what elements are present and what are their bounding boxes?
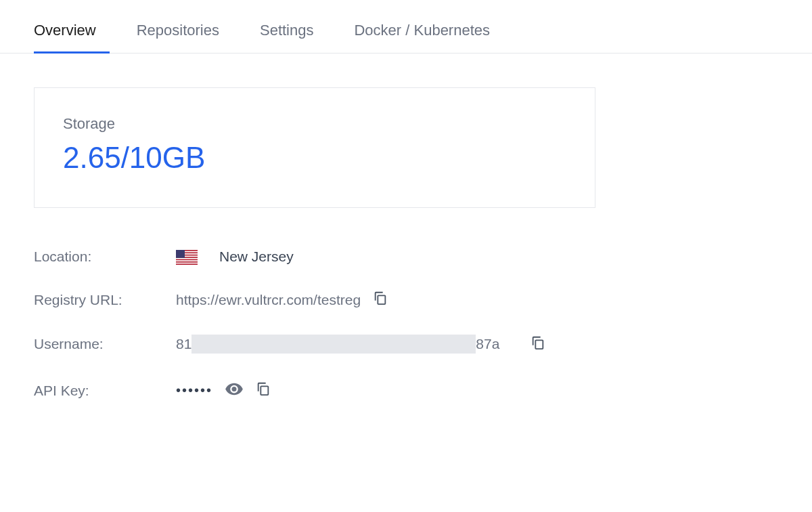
tabs: Overview Repositories Settings Docker / … [34,22,812,53]
tab-overview[interactable]: Overview [34,22,116,53]
tab-repositories[interactable]: Repositories [116,22,240,53]
registry-url-label: Registry URL: [34,292,176,308]
location-label: Location: [34,249,176,265]
location-value: New Jersey [176,249,778,265]
svg-rect-6 [176,261,198,263]
svg-rect-11 [261,387,268,396]
details-grid: Location: New Jersey Registry URL: ht [34,249,778,402]
username-end: 87a [476,336,499,352]
api-key-value-row: •••••• [176,379,778,402]
storage-value: 2.65/10GB [63,141,566,175]
us-flag-icon [176,249,207,265]
api-key-masked: •••••• [176,383,212,398]
registry-url-value: https://ewr.vultrcr.com/testreg [176,292,361,308]
svg-rect-10 [536,340,543,349]
api-key-label: API Key: [34,383,176,399]
username-start: 81 [176,336,191,352]
location-text: New Jersey [219,249,294,265]
username-value-row: 81 87a [176,335,778,354]
reveal-api-key-button[interactable] [225,379,244,402]
copy-registry-url-button[interactable] [373,291,388,309]
svg-rect-8 [176,250,185,258]
username-redacted [191,335,476,354]
svg-rect-5 [176,259,198,261]
storage-card: Storage 2.65/10GB [34,87,595,208]
tabs-container: Overview Repositories Settings Docker / … [0,0,812,54]
tab-docker-kubernetes[interactable]: Docker / Kubernetes [334,22,510,53]
svg-rect-7 [176,264,198,265]
copy-api-key-button[interactable] [256,381,271,400]
tab-settings[interactable]: Settings [240,22,334,53]
username-value: 81 87a [176,335,518,354]
content-area: Storage 2.65/10GB Location: New Jersey [0,54,812,435]
storage-label: Storage [63,115,566,133]
username-label: Username: [34,336,176,352]
svg-rect-9 [378,296,385,305]
copy-username-button[interactable] [531,335,545,354]
registry-url-value-row: https://ewr.vultrcr.com/testreg [176,291,778,309]
